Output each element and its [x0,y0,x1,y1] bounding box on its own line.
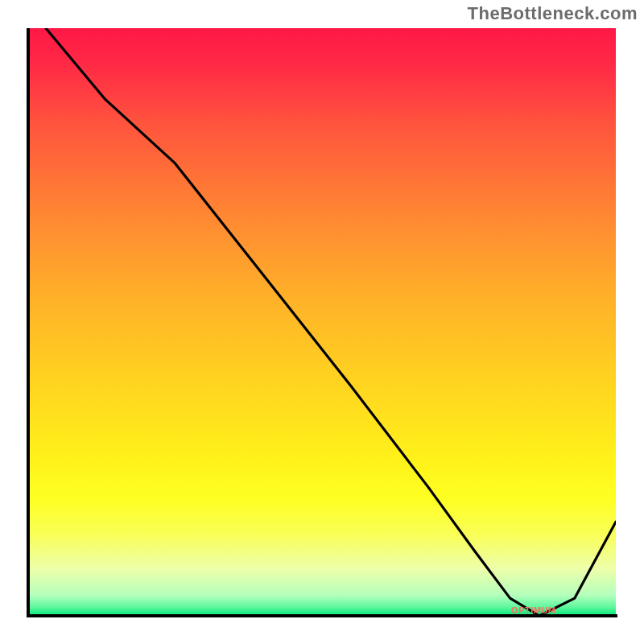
attribution-text: TheBottleneck.com [468,3,638,24]
plot-area: OPTIMUM [28,28,616,616]
x-axis [27,614,617,617]
y-axis [27,28,30,617]
min-marker: OPTIMUM [511,605,555,615]
bottleneck-line [28,28,616,616]
chart-container: TheBottleneck.com OPTIMUM [0,0,644,644]
